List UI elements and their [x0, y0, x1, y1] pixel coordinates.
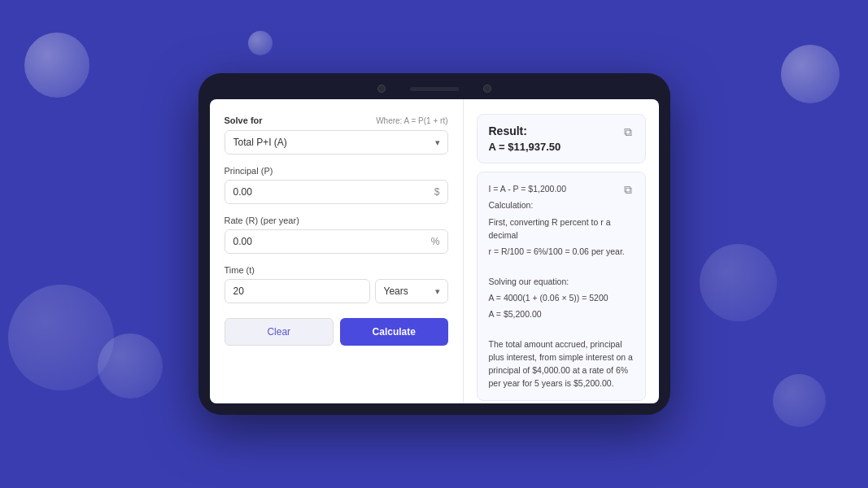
detail-line-2: Calculation:: [489, 198, 634, 211]
detail-line-8: A = $5,200.00: [489, 307, 634, 320]
rate-input[interactable]: [225, 229, 448, 254]
principal-label: Principal (P): [225, 166, 448, 176]
copy-detail-button[interactable]: ⧉: [619, 181, 637, 198]
rate-input-wrapper: %: [225, 229, 448, 254]
bubble-2: [248, 31, 273, 55]
calculate-button[interactable]: Calculate: [340, 318, 448, 346]
principal-section: Principal (P) $: [225, 166, 448, 204]
detail-line-7: A = 4000(1 + (0.06 × 5)) = 5200: [489, 291, 634, 304]
buttons-row: Clear Calculate: [225, 318, 448, 346]
clear-button[interactable]: Clear: [225, 318, 334, 346]
time-label: Time (t): [225, 265, 448, 275]
tablet-frame: Solve for Where: A = P(1 + rt) Total P+I…: [198, 73, 670, 415]
rate-label: Rate (R) (per year): [225, 216, 448, 225]
right-panel: Result: A = $11,937.50 ⧉ ⧉ I = A - P = $…: [464, 99, 659, 403]
principal-input[interactable]: [225, 180, 448, 204]
solve-for-select[interactable]: Total P+I (A) Principal (P) Rate (R) Tim…: [225, 130, 448, 155]
tablet-top-bar: [210, 85, 659, 93]
bubble-4: [8, 285, 114, 390]
solve-for-header: Solve for Where: A = P(1 + rt): [225, 115, 448, 125]
tablet-screen: Solve for Where: A = P(1 + rt) Total P+I…: [210, 99, 659, 403]
bubble-3: [781, 45, 840, 103]
camera-right: [483, 85, 491, 93]
bubble-6: [700, 244, 777, 321]
bubble-1: [24, 33, 89, 98]
speaker: [410, 87, 459, 91]
bubble-5: [98, 333, 163, 399]
solve-for-select-wrapper[interactable]: Total P+I (A) Principal (P) Rate (R) Tim…: [225, 130, 448, 155]
solve-for-label: Solve for: [225, 115, 263, 125]
rate-section: Rate (R) (per year) %: [225, 216, 448, 254]
left-panel: Solve for Where: A = P(1 + rt) Total P+I…: [210, 99, 464, 403]
time-section: Time (t) Years Months Days ▾: [225, 265, 448, 303]
copy-result-button[interactable]: ⧉: [619, 123, 637, 141]
result-box: Result: A = $11,937.50 ⧉: [477, 114, 646, 163]
bubble-7: [773, 374, 826, 427]
formula-hint: Where: A = P(1 + rt): [376, 116, 447, 125]
time-input[interactable]: [225, 279, 370, 303]
detail-box: ⧉ I = A - P = $1,200.00 Calculation: Fir…: [477, 172, 646, 401]
camera: [377, 85, 386, 93]
time-input-wrapper: Years Months Days ▾: [225, 279, 448, 303]
detail-line-10: The total amount accrued, principal plus…: [489, 338, 634, 390]
detail-line-6: Solving our equation:: [489, 275, 634, 288]
solve-for-section: Solve for Where: A = P(1 + rt) Total P+I…: [225, 115, 448, 155]
detail-line-3: First, converting R percent to r a decim…: [489, 216, 634, 242]
detail-line-1: I = A - P = $1,200.00: [489, 182, 634, 195]
principal-input-wrapper: $: [225, 180, 448, 204]
time-unit-select[interactable]: Years Months Days: [375, 279, 448, 303]
result-value: A = $11,937.50: [489, 141, 634, 153]
result-title: Result:: [489, 124, 634, 137]
time-unit-select-wrapper[interactable]: Years Months Days ▾: [375, 279, 448, 303]
detail-line-4: r = R/100 = 6%/100 = 0.06 per year.: [489, 245, 634, 258]
